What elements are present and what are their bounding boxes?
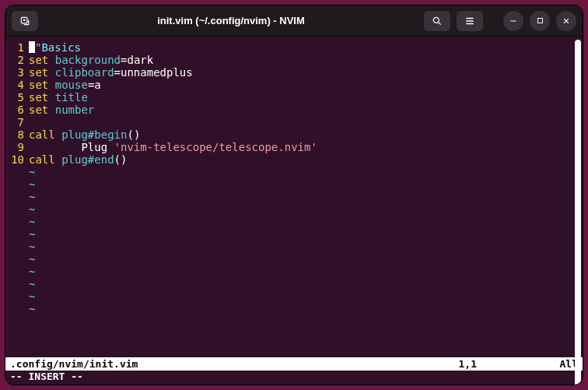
editor-area[interactable]: 1 2 3 4 5 6 7 8 9 10 "Basics set backgro… — [5, 37, 583, 357]
maximize-button[interactable] — [530, 11, 550, 31]
svg-rect-2 — [537, 19, 542, 23]
window-title: init.vim (~/.config/nvim) - NVIM — [44, 15, 418, 26]
svg-point-1 — [433, 17, 439, 23]
status-position: 1,1 — [459, 358, 560, 370]
line-number-gutter: 1 2 3 4 5 6 7 8 9 10 — [5, 41, 29, 357]
menu-button[interactable] — [457, 11, 483, 31]
scrollbar[interactable] — [575, 40, 581, 385]
status-bar: .config/nvim/init.vim 1,1 All — [5, 357, 583, 371]
new-tab-button[interactable] — [12, 11, 38, 31]
status-file: .config/nvim/init.vim — [10, 358, 459, 370]
close-button[interactable] — [556, 11, 576, 31]
terminal-window: init.vim (~/.config/nvim) - NVIM 1 2 3 4… — [5, 5, 583, 385]
cursor — [29, 41, 35, 53]
code-content[interactable]: "Basics set background=dark set clipboar… — [29, 41, 583, 357]
titlebar: init.vim (~/.config/nvim) - NVIM — [5, 5, 583, 37]
minimize-button[interactable] — [503, 11, 523, 31]
mode-line: -- INSERT -- — [5, 371, 583, 385]
search-button[interactable] — [424, 11, 450, 31]
